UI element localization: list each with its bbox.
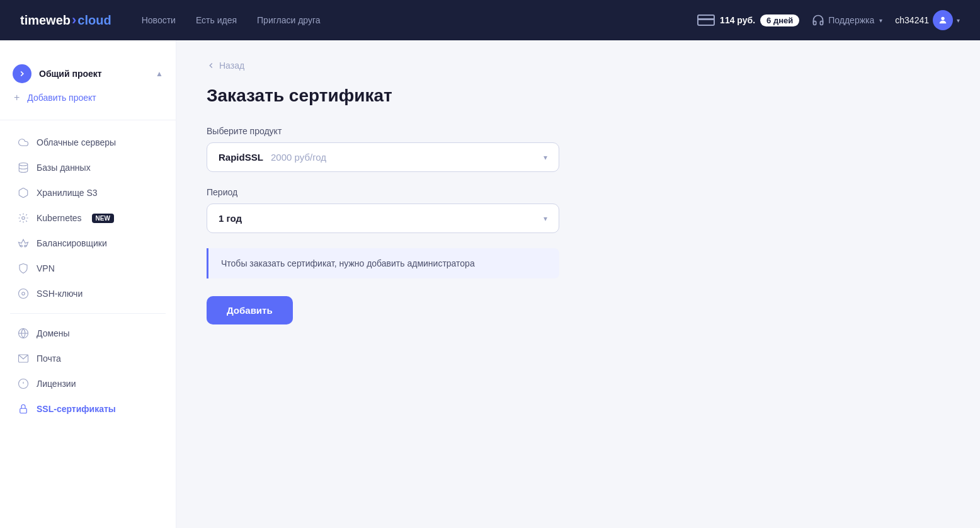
product-select[interactable]: RapidSSL 2000 руб/год ▾ <box>207 142 559 172</box>
svg-point-1 <box>19 163 28 166</box>
period-chevron-icon: ▾ <box>544 214 547 223</box>
days-badge: 6 дней <box>760 14 799 26</box>
project-item[interactable]: Общий проект ▲ <box>13 59 163 88</box>
back-link[interactable]: Назад <box>207 60 950 71</box>
logo[interactable]: timeweb›cloud <box>20 12 111 28</box>
back-arrow-icon <box>207 61 215 70</box>
header: timeweb›cloud Новости Есть идея Пригласи… <box>0 0 980 40</box>
logo-arrow: › <box>72 12 76 28</box>
credit-card-icon <box>697 14 715 26</box>
user-block[interactable]: ch34241 ▾ <box>895 10 960 30</box>
sidebar-label-k8s: Kubernetes <box>37 213 82 223</box>
project-chevron: ▲ <box>156 69 163 78</box>
product-select-value: RapidSSL 2000 руб/год <box>219 152 326 163</box>
svg-point-6 <box>22 292 25 296</box>
sidebar-item-ssl[interactable]: SSL-сертификаты <box>10 397 166 421</box>
ssl-icon <box>18 403 29 415</box>
sidebar-item-ssh[interactable]: SSH-ключи <box>10 282 166 306</box>
sidebar-item-licenses[interactable]: Лицензии <box>10 372 166 396</box>
support-block[interactable]: Поддержка ▾ <box>812 14 882 26</box>
support-label: Поддержка <box>828 15 874 25</box>
logo-cloud: cloud <box>77 13 111 28</box>
logo-timeweb: timeweb <box>20 13 71 28</box>
period-field: Период 1 год ▾ <box>207 187 950 233</box>
period-select-wrapper: 1 год ▾ <box>207 204 950 233</box>
sidebar-label-ssl: SSL-сертификаты <box>37 404 116 414</box>
sidebar-nav: Облачные серверы Базы данных Хранилище S… <box>0 130 176 421</box>
mail-icon <box>18 353 29 364</box>
header-right: 114 руб. 6 дней Поддержка ▾ ch34241 ▾ <box>697 10 960 30</box>
cloud-icon <box>18 137 29 148</box>
info-text: Чтобы заказать сертификат, нужно добавит… <box>221 258 475 268</box>
sidebar-item-mail[interactable]: Почта <box>10 347 166 370</box>
product-chevron-icon: ▾ <box>544 153 547 162</box>
balance-icon <box>18 238 29 249</box>
main-content: Назад Заказать сертификат Выберите проду… <box>176 40 980 528</box>
sidebar-item-databases[interactable]: Базы данных <box>10 156 166 180</box>
support-chevron: ▾ <box>879 17 882 24</box>
domain-icon <box>18 328 29 339</box>
headset-icon <box>812 14 824 26</box>
sidebar-divider-1 <box>10 313 166 314</box>
sidebar-item-domains[interactable]: Домены <box>10 321 166 345</box>
sidebar-label-cloud: Облачные серверы <box>37 137 116 147</box>
product-field: Выберите продукт RapidSSL 2000 руб/год ▾ <box>207 126 950 172</box>
sidebar-item-balancers[interactable]: Балансировщики <box>10 231 166 255</box>
avatar <box>933 10 953 30</box>
new-badge: NEW <box>92 214 114 223</box>
license-icon <box>18 378 29 389</box>
sidebar-label-ssh: SSH-ключи <box>37 289 83 299</box>
svg-point-0 <box>941 17 944 20</box>
sidebar-item-k8s[interactable]: Kubernetes NEW <box>10 206 166 230</box>
ssh-icon <box>18 288 29 299</box>
sidebar: Общий проект ▲ + Добавить проект Облачны… <box>0 40 176 528</box>
add-project[interactable]: + Добавить проект <box>13 88 163 107</box>
k8s-icon <box>18 212 29 224</box>
product-label: Выберите продукт <box>207 126 950 136</box>
storage-icon <box>18 187 29 198</box>
product-name: RapidSSL <box>219 152 263 163</box>
sidebar-item-s3[interactable]: Хранилище S3 <box>10 181 166 205</box>
product-select-wrapper: RapidSSL 2000 руб/год ▾ <box>207 142 950 172</box>
sidebar-label-vpn: VPN <box>37 263 55 273</box>
db-icon <box>18 162 29 173</box>
project-section: Общий проект ▲ + Добавить проект <box>0 53 176 120</box>
sidebar-label-s3: Хранилище S3 <box>37 188 98 198</box>
sidebar-label-mail: Почта <box>37 353 61 364</box>
sidebar-item-cloud-servers[interactable]: Облачные серверы <box>10 130 166 154</box>
username: ch34241 <box>895 15 929 25</box>
nav-news[interactable]: Новости <box>142 15 176 25</box>
user-chevron: ▾ <box>957 17 960 24</box>
period-select[interactable]: 1 год ▾ <box>207 204 559 233</box>
vpn-icon <box>18 263 29 274</box>
add-project-label: Добавить проект <box>27 93 96 103</box>
project-name: Общий проект <box>39 69 148 79</box>
product-price: 2000 руб/год <box>271 152 326 163</box>
period-value: 1 год <box>219 213 242 224</box>
info-box: Чтобы заказать сертификат, нужно добавит… <box>207 248 559 278</box>
balance-block[interactable]: 114 руб. 6 дней <box>697 14 799 26</box>
add-button[interactable]: Добавить <box>207 296 293 324</box>
sidebar-label-db: Базы данных <box>37 163 91 173</box>
nav-invite[interactable]: Пригласи друга <box>257 15 321 25</box>
svg-rect-13 <box>20 408 27 413</box>
header-nav: Новости Есть идея Пригласи друга <box>142 15 697 25</box>
svg-point-2 <box>22 217 25 220</box>
balance-amount: 114 руб. <box>720 15 755 25</box>
page-title: Заказать сертификат <box>207 86 950 106</box>
layout: Общий проект ▲ + Добавить проект Облачны… <box>0 40 980 528</box>
nav-idea[interactable]: Есть идея <box>196 15 237 25</box>
project-icon <box>13 64 31 83</box>
period-label: Период <box>207 187 950 197</box>
sidebar-label-domains: Домены <box>37 328 70 338</box>
sidebar-label-balancers: Балансировщики <box>37 238 107 248</box>
sidebar-item-vpn[interactable]: VPN <box>10 256 166 280</box>
sidebar-label-licenses: Лицензии <box>37 379 76 389</box>
svg-point-5 <box>19 289 28 299</box>
back-label: Назад <box>219 60 244 71</box>
add-project-icon: + <box>14 92 20 103</box>
